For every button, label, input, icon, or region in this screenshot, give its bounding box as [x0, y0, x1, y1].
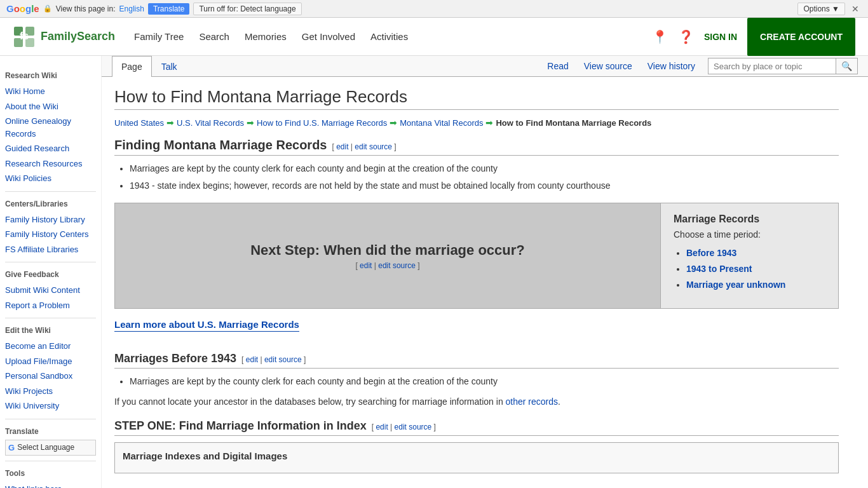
section2-edit-source-link[interactable]: edit source — [264, 355, 302, 364]
section1-title: Finding Montana Marriage Records [ edit … — [114, 138, 839, 156]
section2-heading: Marriages Before 1943 — [114, 352, 236, 365]
sidebar-item-family-history-library[interactable]: Family History Library — [5, 212, 96, 227]
sidebar-item-upload-file[interactable]: Upload File/Image — [5, 354, 96, 369]
marriage-year-unknown-link[interactable]: Marriage year unknown — [686, 280, 785, 290]
nav-family-tree[interactable]: Family Tree — [134, 31, 184, 42]
select-language-label[interactable]: Select Language — [17, 443, 74, 452]
sidebar-divider-4 — [5, 419, 96, 419]
view-history-button[interactable]: View history — [640, 56, 703, 76]
lock-icon: 🔒 — [43, 4, 52, 13]
other-records-link[interactable]: other records — [506, 396, 558, 407]
options-button[interactable]: Options ▼ — [797, 3, 845, 15]
learn-more-link[interactable]: Learn more about U.S. Marriage Records — [114, 319, 299, 332]
sidebar-item-online-genealogy[interactable]: Online Genealogy Records — [5, 114, 96, 141]
breadcrumb-us-vital-records[interactable]: U.S. Vital Records — [177, 118, 244, 128]
sidebar-item-family-history-centers[interactable]: Family History Centers — [5, 227, 96, 242]
sidebar: Research Wiki Wiki Home About the Wiki O… — [0, 56, 102, 488]
svg-text:fs: fs — [20, 30, 29, 41]
nav-memories[interactable]: Memories — [245, 31, 287, 42]
marriage-box-edit-source-link[interactable]: edit source — [378, 261, 416, 270]
section3-edit-link[interactable]: edit — [376, 423, 388, 431]
section2-edit-links: [ edit | edit source ] — [241, 355, 306, 364]
translate-prefix: View this page in: — [56, 4, 116, 13]
read-button[interactable]: Read — [539, 56, 576, 76]
turn-off-button[interactable]: Turn off for: Detect language — [193, 3, 301, 15]
marriage-box-edit-link[interactable]: edit — [360, 261, 372, 270]
section3-edit-source-link[interactable]: edit source — [395, 423, 432, 431]
wiki-search-box: 🔍 — [708, 58, 858, 74]
sidebar-item-wiki-policies[interactable]: Wiki Policies — [5, 171, 96, 186]
location-icon[interactable]: 📍 — [652, 29, 668, 44]
section1-bullet-2: 1943 - state index begins; however, reco… — [130, 179, 839, 193]
section2-bullet-1: Marriages are kept by the county clerk f… — [130, 375, 839, 388]
translate-language-link[interactable]: English — [119, 4, 144, 13]
google-translate-widget[interactable]: G Select Language — [5, 440, 96, 456]
sidebar-item-wiki-home[interactable]: Wiki Home — [5, 84, 96, 99]
translate-button[interactable]: Translate — [148, 3, 190, 15]
section3-edit-links: [ edit | edit source ] — [372, 423, 436, 431]
view-source-button[interactable]: View source — [576, 56, 640, 76]
section1-edit-link[interactable]: edit — [336, 142, 348, 151]
section3-heading: STEP ONE: Find Marriage Information in I… — [114, 419, 367, 433]
nav-activities[interactable]: Activities — [370, 31, 408, 42]
logo-area: fs FamilySearch — [13, 25, 115, 48]
sidebar-item-about-wiki[interactable]: About the Wiki — [5, 99, 96, 114]
section2-paragraph: If you cannot locate your ancestor in th… — [114, 395, 839, 409]
article-title: How to Find Montana Marriage Records — [114, 87, 839, 110]
section2-bullets: Marriages are kept by the county clerk f… — [130, 375, 839, 388]
breadcrumb-arrow-4: ➡ — [485, 118, 493, 128]
sidebar-item-report-problem[interactable]: Report a Problem — [5, 298, 96, 313]
breadcrumb-us-marriage-records[interactable]: How to Find U.S. Marriage Records — [257, 118, 387, 128]
centers-libraries-title: Centers/Libraries — [5, 200, 96, 208]
sidebar-item-personal-sandbox[interactable]: Personal Sandbox — [5, 369, 96, 384]
sidebar-item-guided-research[interactable]: Guided Research — [5, 141, 96, 156]
breadcrumb: United States ➡ U.S. Vital Records ➡ How… — [114, 118, 839, 128]
give-feedback-title: Give Feedback — [5, 270, 96, 279]
wiki-search-button[interactable]: 🔍 — [836, 58, 857, 74]
breadcrumb-us[interactable]: United States — [114, 118, 164, 128]
wiki-tab-actions: Read View source View history 🔍 — [539, 56, 858, 76]
translate-title: Translate — [5, 427, 96, 436]
breadcrumb-montana-vital[interactable]: Montana Vital Records — [400, 118, 483, 128]
sidebar-item-wiki-projects[interactable]: Wiki Projects — [5, 384, 96, 399]
create-account-button[interactable]: CREATE ACCOUNT — [747, 18, 855, 56]
marriage-period-unknown: Marriage year unknown — [686, 278, 825, 292]
sidebar-divider-1 — [5, 191, 96, 192]
wiki-tabs: Page Talk Read View source View history … — [102, 56, 868, 77]
sidebar-item-wiki-university[interactable]: Wiki University — [5, 398, 96, 414]
header-actions: 📍 ❓ SIGN IN CREATE ACCOUNT — [652, 18, 855, 56]
sidebar-divider-2 — [5, 262, 96, 262]
tab-page[interactable]: Page — [112, 56, 152, 77]
sidebar-item-research-resources[interactable]: Research Resources — [5, 156, 96, 172]
google-logo: Google — [6, 3, 39, 14]
help-icon[interactable]: ❓ — [678, 29, 694, 44]
section1-heading: Finding Montana Marriage Records — [114, 138, 327, 152]
edit-wiki-title: Edit the Wiki — [5, 326, 96, 335]
close-translate-button[interactable]: ✕ — [849, 4, 862, 14]
tab-talk[interactable]: Talk — [152, 56, 187, 77]
nav-search[interactable]: Search — [199, 31, 229, 42]
sidebar-item-submit-wiki-content[interactable]: Submit Wiki Content — [5, 283, 96, 298]
info-box-title: Marriage Indexes and Digital Images — [123, 451, 831, 461]
section2-edit-link[interactable]: edit — [246, 355, 258, 364]
familysearch-logo-icon: fs — [13, 25, 36, 48]
main-content: Page Talk Read View source View history … — [102, 56, 868, 488]
wiki-search-input[interactable] — [709, 59, 836, 74]
1943-present-link[interactable]: 1943 to Present — [686, 264, 752, 274]
marriage-box-left-edit: [ edit | edit source ] — [250, 261, 525, 270]
sidebar-item-become-editor[interactable]: Become an Editor — [5, 339, 96, 354]
info-box: Marriage Indexes and Digital Images — [114, 442, 839, 473]
sign-in-button[interactable]: SIGN IN — [704, 32, 737, 42]
section1-bullets: Marriages are kept by the county clerk f… — [130, 162, 839, 193]
nav-get-involved[interactable]: Get Involved — [302, 31, 355, 42]
sidebar-item-fs-affiliate-libraries[interactable]: FS Affiliate Libraries — [5, 242, 96, 257]
before-1943-link[interactable]: Before 1943 — [686, 248, 736, 258]
article: How to Find Montana Marriage Records Uni… — [102, 77, 851, 484]
sidebar-item-what-links-here[interactable]: What links here — [5, 482, 96, 489]
section1-edit-links: [ edit | edit source ] — [332, 142, 396, 151]
section1-bullet-1: Marriages are kept by the county clerk f… — [130, 162, 839, 175]
marriage-records-subtitle: Choose a time period: — [674, 227, 825, 241]
site-header: fs FamilySearch Family Tree Search Memor… — [0, 18, 868, 56]
section2-title: Marriages Before 1943 [ edit | edit sour… — [114, 352, 839, 369]
section1-edit-source-link[interactable]: edit source — [355, 142, 392, 151]
